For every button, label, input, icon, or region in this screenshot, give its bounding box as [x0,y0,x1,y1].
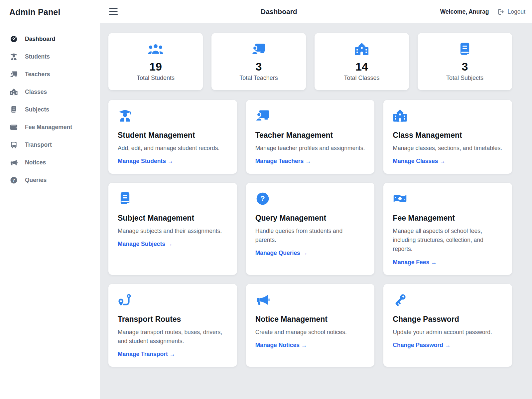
user-graduate-icon [118,109,132,123]
manage-queries-link[interactable]: Manage Queries → [255,250,308,257]
manage-transport-link[interactable]: Manage Transport → [118,351,175,358]
card-title: Query Management [255,214,365,223]
manage-fees-link[interactable]: Manage Fees → [393,259,437,266]
card-teacher-management: Teacher Management Manage teacher profil… [246,100,375,174]
key-icon [393,293,407,307]
card-title: Class Management [393,131,503,140]
card-title: Subject Management [118,214,228,223]
sidebar-item-label: Subjects [25,106,49,113]
stat-value: 3 [217,60,300,73]
sidebar-item-label: Classes [25,89,47,96]
sidebar-item-label: Notices [25,159,46,166]
stat-card-total-subjects: 3 Total Subjects [418,33,512,90]
sidebar-item-transport[interactable]: Transport [9,136,90,154]
page-title: Dashboard [118,8,440,16]
card-description: Add, edit, and manage student records. [118,144,228,153]
book-icon [457,42,473,56]
card-title: Student Management [118,131,228,140]
sidebar-item-students[interactable]: Students [9,48,90,66]
card-class-management: Class Management Manage classes, section… [383,100,512,174]
bus-icon [10,141,18,149]
school-icon [353,42,370,56]
stat-card-total-students: 19 Total Students [108,33,203,90]
card-description: Update your admin account password. [393,328,503,337]
sidebar-item-classes[interactable]: Classes [9,83,90,101]
users-icon [147,42,164,56]
school-icon [393,109,407,123]
sidebar-item-label: Transport [25,141,52,148]
card-description: Handle queries from students and parents… [255,227,365,245]
app-title: Admin Panel [9,7,90,17]
bullhorn-icon [255,293,270,307]
sidebar-item-label: Queries [25,177,47,184]
sidebar-item-subjects[interactable]: Subjects [9,101,90,118]
manage-subjects-link[interactable]: Manage Subjects → [118,241,173,248]
card-title: Change Password [393,315,503,324]
book-icon [10,106,18,113]
card-subject-management: Subject Management Manage subjects and t… [108,183,237,275]
sidebar-item-label: Dashboard [25,36,55,43]
topbar: Dashboard Welcome, Anurag Logout [100,0,532,23]
card-description: Manage teacher profiles and assignments. [255,144,365,153]
sidebar-item-label: Students [25,53,50,60]
stat-label: Total Classes [321,75,403,82]
card-description: Manage subjects and their assignments. [118,227,228,236]
card-title: Teacher Management [255,131,365,140]
route-icon [118,293,132,307]
user-graduate-icon [10,53,18,61]
sign-out-icon [497,8,504,15]
stats-grid: 19 Total Students 3 Total Teachers 14 To… [108,33,512,90]
card-title: Notice Management [255,315,365,324]
card-description: Manage all aspects of school fees, inclu… [393,227,503,254]
money-bill-icon [393,192,407,206]
sidebar-item-dashboard[interactable]: Dashboard [9,30,90,48]
manage-students-link[interactable]: Manage Students → [118,158,173,165]
logout-label: Logout [507,8,525,15]
gauge-icon [10,35,18,43]
card-fee-management: Fee Management Manage all aspects of sch… [383,183,512,275]
bullhorn-icon [10,159,18,166]
management-grid: Student Management Add, edit, and manage… [108,100,512,367]
stat-card-total-classes: 14 Total Classes [315,33,409,90]
book-icon [118,192,132,206]
card-student-management: Student Management Add, edit, and manage… [108,100,237,174]
stat-label: Total Teachers [217,75,300,82]
logout-button[interactable]: Logout [497,8,525,15]
hamburger-icon[interactable] [109,8,118,15]
change-password-link[interactable]: Change Password → [393,342,451,349]
chalkboard-teacher-icon [10,71,18,78]
admin-panel-app: Admin Panel Dashboard Students Teachers … [0,0,532,399]
card-title: Fee Management [393,214,503,223]
sidebar-item-teachers[interactable]: Teachers [9,66,90,83]
stat-value: 3 [424,60,506,73]
card-change-password: Change Password Update your admin accoun… [383,284,512,367]
stat-label: Total Students [114,75,197,82]
user-area: Welcome, Anurag Logout [440,8,525,15]
card-description: Manage transport routes, buses, drivers,… [118,328,228,346]
sidebar-nav: Dashboard Students Teachers Classes Subj… [9,30,90,189]
card-description: Manage classes, sections, and timetables… [393,144,503,153]
sidebar: Admin Panel Dashboard Students Teachers … [0,0,100,399]
sidebar-item-label: Fee Management [25,124,72,131]
manage-teachers-link[interactable]: Manage Teachers → [255,158,311,165]
question-circle-icon [255,192,270,206]
card-title: Transport Routes [118,315,228,324]
sidebar-item-notices[interactable]: Notices [9,154,90,171]
stat-card-total-teachers: 3 Total Teachers [211,33,306,90]
chalkboard-teacher-icon [255,109,270,123]
stat-value: 19 [114,60,197,73]
question-circle-icon [10,176,18,184]
chalkboard-teacher-icon [250,42,267,56]
welcome-text: Welcome, Anurag [440,8,489,15]
wallet-icon [10,123,18,131]
dashboard-content: 19 Total Students 3 Total Teachers 14 To… [100,23,532,399]
sidebar-item-fee-management[interactable]: Fee Management [9,118,90,136]
sidebar-item-queries[interactable]: Queries [9,171,90,189]
manage-notices-link[interactable]: Manage Notices → [255,342,307,349]
manage-classes-link[interactable]: Manage Classes → [393,158,446,165]
card-notice-management: Notice Management Create and manage scho… [246,284,375,367]
stat-value: 14 [321,60,403,73]
stat-label: Total Subjects [424,75,506,82]
card-description: Create and manage school notices. [255,328,365,337]
sidebar-item-label: Teachers [25,71,50,78]
